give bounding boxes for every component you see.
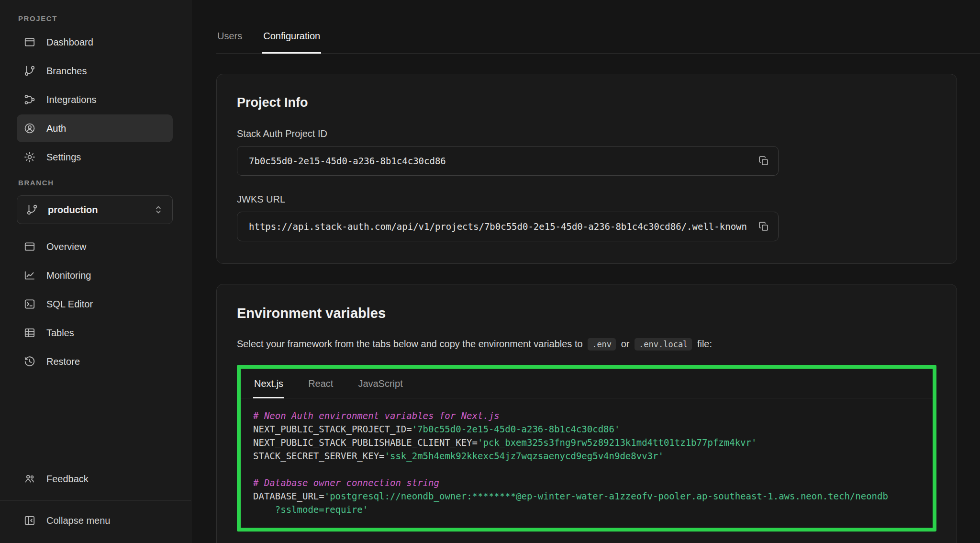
code-line: NEXT_PUBLIC_STACK_PROJECT_ID='7b0c55d0-2… xyxy=(253,422,920,436)
framework-tab-javascript[interactable]: JavaScript xyxy=(357,369,403,398)
description-text: or xyxy=(618,339,632,349)
sidebar-item-settings[interactable]: Settings xyxy=(17,143,173,171)
sidebar-item-dashboard[interactable]: Dashboard xyxy=(17,28,173,56)
project-info-card: Project Info Stack Auth Project ID7b0c55… xyxy=(216,74,957,264)
project-nav: DashboardBranchesIntegrationsAuthSetting… xyxy=(0,28,191,171)
branch-selector[interactable]: production xyxy=(17,195,173,224)
sidebar-item-branches[interactable]: Branches xyxy=(17,57,173,85)
code-line: # Neon Auth environment variables for Ne… xyxy=(253,409,920,422)
sidebar-item-label: Tables xyxy=(46,328,74,339)
sidebar-item-label: Restore xyxy=(46,356,80,367)
tab-users[interactable]: Users xyxy=(216,25,243,53)
sidebar-top: PROJECT DashboardBranchesIntegrationsAut… xyxy=(0,8,191,376)
sidebar-item-sql-editor[interactable]: SQL Editor xyxy=(17,290,173,318)
branch-selector-value: production xyxy=(48,204,98,215)
code-line: NEXT_PUBLIC_STACK_PUBLISHABLE_CLIENT_KEY… xyxy=(253,436,920,449)
sidebar-item-restore[interactable]: Restore xyxy=(17,348,173,375)
sidebar-item-label: SQL Editor xyxy=(46,299,93,310)
sidebar-item-label: Feedback xyxy=(46,474,89,485)
collapse-menu-icon xyxy=(23,514,36,527)
monitoring-icon xyxy=(23,269,36,282)
restore-icon xyxy=(23,355,36,368)
branch-nav: OverviewMonitoringSQL EditorTablesRestor… xyxy=(0,233,191,375)
collapse-menu-label: Collapse menu xyxy=(46,515,110,526)
sidebar-item-label: Auth xyxy=(46,123,66,134)
collapse-menu-button[interactable]: Collapse menu xyxy=(0,500,191,543)
inline-code: .env xyxy=(588,338,616,351)
project-info-title: Project Info xyxy=(237,95,936,110)
sidebar-item-label: Dashboard xyxy=(46,37,93,48)
sidebar-item-tables[interactable]: Tables xyxy=(17,319,173,347)
field-label-stack-auth-project-id: Stack Auth Project ID xyxy=(237,128,936,139)
branch-section-label: BRANCH xyxy=(0,172,191,192)
environment-variables-title: Environment variables xyxy=(237,305,936,321)
project-info-fields: Stack Auth Project ID7b0c55d0-2e15-45d0-… xyxy=(237,128,936,241)
copy-button[interactable] xyxy=(753,150,774,171)
code-line: DATABASE_URL='postgresql://neondb_owner:… xyxy=(253,489,920,503)
sidebar-item-label: Branches xyxy=(46,66,87,77)
field-label-jwks-url: JWKS URL xyxy=(237,194,936,205)
code-line xyxy=(253,463,920,476)
copy-button[interactable] xyxy=(753,216,774,237)
sidebar-item-feedback[interactable]: Feedback xyxy=(17,465,173,493)
framework-tabs: Next.jsReactJavaScript xyxy=(241,369,933,398)
main-content: UsersConfiguration Project Info Stack Au… xyxy=(191,0,980,543)
framework-tab-react[interactable]: React xyxy=(307,369,334,398)
sidebar-item-overview[interactable]: Overview xyxy=(17,233,173,260)
field-value: 7b0c55d0-2e15-45d0-a236-8b1c4c30cd86 xyxy=(249,156,753,166)
tables-icon xyxy=(23,327,36,339)
inline-code: .env.local xyxy=(635,338,692,351)
env-code-block: # Neon Auth environment variables for Ne… xyxy=(241,398,933,528)
description-text: Select your framework from the tabs belo… xyxy=(237,339,585,349)
sidebar: PROJECT DashboardBranchesIntegrationsAut… xyxy=(0,0,191,543)
sql-editor-icon xyxy=(23,298,36,310)
field-stack-auth-project-id: 7b0c55d0-2e15-45d0-a236-8b1c4c30cd86 xyxy=(237,146,779,176)
environment-description: Select your framework from the tabs belo… xyxy=(237,336,936,352)
feedback-icon xyxy=(23,473,36,485)
dashboard-icon xyxy=(23,36,36,48)
field-jwks-url: https://api.stack-auth.com/api/v1/projec… xyxy=(237,212,779,241)
sidebar-bottom: Feedback Collapse menu xyxy=(0,464,191,543)
tab-configuration[interactable]: Configuration xyxy=(262,25,321,53)
sidebar-item-label: Overview xyxy=(46,241,86,252)
sidebar-item-auth[interactable]: Auth xyxy=(17,114,173,142)
settings-icon xyxy=(23,151,36,163)
auth-icon xyxy=(23,122,36,135)
branches-icon xyxy=(23,65,36,77)
sidebar-item-label: Integrations xyxy=(46,94,97,105)
code-line: ?sslmode=require' xyxy=(253,503,920,516)
code-line: STACK_SECRET_SERVER_KEY='ssk_2m5h4emk92k… xyxy=(253,449,920,463)
page-tabs: UsersConfiguration xyxy=(216,25,980,54)
sidebar-item-monitoring[interactable]: Monitoring xyxy=(17,261,173,289)
annotation-highlight-box: Next.jsReactJavaScript # Neon Auth envir… xyxy=(237,365,936,532)
chevron-updown-icon xyxy=(152,204,165,216)
sidebar-item-label: Monitoring xyxy=(46,270,91,281)
project-section-label: PROJECT xyxy=(0,8,191,27)
branch-icon xyxy=(26,204,38,216)
app-root: PROJECT DashboardBranchesIntegrationsAut… xyxy=(0,0,980,543)
field-value: https://api.stack-auth.com/api/v1/projec… xyxy=(249,221,753,232)
overview-icon xyxy=(23,240,36,253)
sidebar-item-label: Settings xyxy=(46,152,81,163)
framework-tab-next-js[interactable]: Next.js xyxy=(253,369,284,398)
code-line: # Database owner connection string xyxy=(253,476,920,489)
integrations-icon xyxy=(23,93,36,106)
environment-variables-card: Environment variables Select your framew… xyxy=(216,284,957,543)
description-text: file: xyxy=(694,339,712,349)
sidebar-item-integrations[interactable]: Integrations xyxy=(17,86,173,113)
